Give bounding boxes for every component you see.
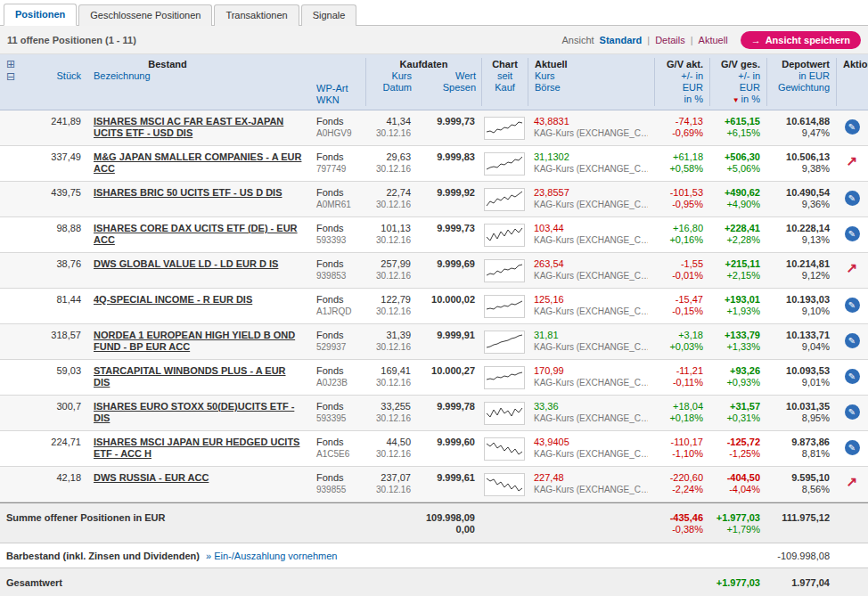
header-stueck[interactable]: Stück (25, 70, 87, 82)
header-aktuell-kurs[interactable]: Kurs (535, 70, 648, 82)
expand-all-icon[interactable]: ⊞ (6, 59, 19, 70)
gv-ges-cell: -404,50 -4,04% (709, 467, 766, 502)
sparkline-chart[interactable] (484, 188, 525, 211)
sparkline-svg (485, 367, 524, 388)
cash-deposit-link[interactable]: » Ein-/Auszahlung vornehmen (206, 551, 337, 561)
wp-art-cell: Fonds A0MR61 (310, 182, 365, 216)
gv-akt-pct: +0,18% (660, 412, 703, 424)
header-gewichtung[interactable]: Gewichtung (774, 82, 830, 94)
position-name-link[interactable]: DWS RUSSIA - EUR ACC (94, 472, 209, 483)
row-expander-cell (0, 289, 25, 323)
position-name-cell: NORDEA 1 EUROPEAN HIGH YIELD B OND FUND … (87, 324, 310, 359)
header-bezeichnung[interactable]: Bezeichnung (87, 70, 310, 82)
position-name-link[interactable]: 4Q-SPECIAL INCOME - R EUR DIS (94, 294, 252, 305)
sparkline-chart[interactable] (484, 473, 525, 496)
header-gv-ges-pct[interactable]: ▼in % (717, 94, 760, 106)
row-expander-cell (0, 253, 25, 288)
current-cell: 31,1302 KAG-Kurs (EXCHANGE_C… (528, 146, 654, 181)
wp-art: Fonds (316, 401, 359, 412)
buy-cell: 44,50 30.12.16 (365, 431, 417, 466)
current-cell: 43,9405 KAG-Kurs (EXCHANGE_C… (528, 431, 654, 466)
action-icon[interactable]: ↗ (847, 262, 858, 274)
depot-value: 10.093,53 (773, 365, 830, 377)
chart-cell (481, 360, 528, 395)
sparkline-chart[interactable] (484, 402, 525, 425)
position-name-link[interactable]: ISHARES CORE DAX UCITS ETF (DE) - EUR AC… (94, 223, 298, 245)
view-link-aktuell[interactable]: Aktuell (699, 35, 728, 45)
table-row: 98,88 ISHARES CORE DAX UCITS ETF (DE) - … (0, 217, 868, 253)
header-seit-kauf[interactable]: seit Kauf (488, 70, 521, 94)
action-icon[interactable]: ✎ (845, 404, 860, 420)
row-expander-cell (0, 217, 25, 252)
sparkline-chart[interactable] (484, 331, 525, 354)
sparkline-chart[interactable] (484, 259, 525, 282)
action-icon[interactable]: ✎ (845, 191, 860, 206)
tab-signale[interactable]: Signale (301, 4, 357, 26)
header-gv-akt-eur[interactable]: +/- in EUR (661, 70, 703, 94)
action-icon[interactable]: ✎ (845, 298, 860, 313)
header-group-bestand: Bestand Stück Bezeichnung (25, 58, 310, 106)
sum-wert: 109.998,09 (423, 512, 475, 524)
gv-akt-eur: +3,18 (660, 330, 703, 341)
wp-art-cell: Fonds 593393 (310, 217, 365, 252)
wp-art-cell: Fonds 797749 (310, 146, 365, 181)
tab-geschlossene-positionen[interactable]: Geschlossene Positionen (78, 4, 212, 26)
exchange-label: KAG-Kurs (EXCHANGE_C… (534, 377, 648, 388)
action-cell: ✎ (836, 396, 868, 430)
depot-cell: 9.873,86 8,81% (766, 431, 836, 466)
sparkline-chart[interactable] (484, 295, 525, 318)
position-name-link[interactable]: STARCAPITAL WINBONDS PLUS - A EUR DIS (94, 365, 286, 388)
tab-positionen[interactable]: Positionen (4, 4, 77, 26)
action-icon[interactable]: ✎ (845, 369, 860, 384)
action-icon[interactable]: ↗ (847, 155, 858, 167)
depot-value: 10.214,81 (773, 258, 830, 270)
header-kurs-datum[interactable]: KursDatum (366, 70, 418, 94)
row-expander-cell (0, 467, 25, 502)
action-icon[interactable]: ✎ (845, 119, 860, 135)
collapse-all-icon[interactable]: ⊟ (6, 71, 19, 83)
quantity: 59,03 (25, 360, 87, 395)
header-gv-ges-eur[interactable]: +/- in EUR (717, 70, 760, 94)
position-name-link[interactable]: ISHARES EURO STOXX 50(DE)UCITS ETF - DIS (94, 401, 294, 423)
buy-price: 22,74 (372, 187, 411, 199)
save-view-button[interactable]: → Ansicht speichern (741, 31, 861, 49)
sparkline-chart[interactable] (484, 437, 525, 461)
header-depot-eur[interactable]: in EUR (774, 70, 830, 82)
position-name-link[interactable]: ISHARES BRIC 50 UCITS ETF - US D DIS (94, 187, 282, 198)
position-name-link[interactable]: M&G JAPAN SMALLER COMPANIES - A EUR ACC (94, 151, 301, 174)
current-price: 227,48 (534, 472, 648, 484)
sparkline-chart[interactable] (484, 224, 525, 247)
buy-price: 169,41 (372, 365, 411, 377)
view-link-standard[interactable]: Standard (600, 35, 643, 45)
sparkline-chart[interactable] (484, 366, 525, 389)
depot-value: 10.133,71 (773, 330, 830, 341)
sparkline-svg (485, 153, 524, 175)
chart-cell (481, 431, 528, 466)
wp-art: Fonds (316, 258, 359, 270)
header-gv-akt-pct[interactable]: in % (661, 94, 703, 105)
position-name-cell: ISHARES EURO STOXX 50(DE)UCITS ETF - DIS (87, 396, 310, 430)
position-name-link[interactable]: ISHARES MSCI AC FAR EAST EX-JAPAN UCITS … (94, 116, 283, 138)
buy-value: 9.999,61 (423, 472, 475, 484)
wp-art: Fonds (316, 472, 359, 484)
header-wert-spesen[interactable]: WertSpesen (418, 70, 482, 94)
position-name-link[interactable]: ISHARES MSCI JAPAN EUR HEDGED UCITS ETF … (94, 437, 299, 459)
sparkline-chart[interactable] (484, 117, 525, 140)
position-name-link[interactable]: NORDEA 1 EUROPEAN HIGH YIELD B OND FUND … (94, 330, 295, 352)
buy-date: 30.12.16 (372, 377, 411, 388)
depot-weight: 9,10% (773, 306, 830, 317)
table-row: 59,03 STARCAPITAL WINBONDS PLUS - A EUR … (0, 360, 868, 396)
view-link-details[interactable]: Details (655, 35, 685, 45)
tab-transaktionen[interactable]: Transaktionen (214, 4, 299, 26)
header-boerse[interactable]: Börse (535, 82, 648, 94)
action-icon[interactable]: ↗ (847, 476, 858, 487)
action-icon[interactable]: ✎ (845, 333, 860, 348)
action-cell: ✎ (836, 360, 868, 395)
action-icon[interactable]: ✎ (845, 226, 860, 241)
position-name-link[interactable]: DWS GLOBAL VALUE LD - LD EUR D IS (94, 258, 278, 269)
sparkline-chart[interactable] (484, 152, 525, 176)
action-icon[interactable]: ✎ (845, 440, 860, 455)
wp-art: Fonds (316, 330, 359, 341)
gv-akt-eur: -101,53 (660, 187, 703, 199)
buy-cell: 29,63 30.12.16 (365, 146, 417, 181)
